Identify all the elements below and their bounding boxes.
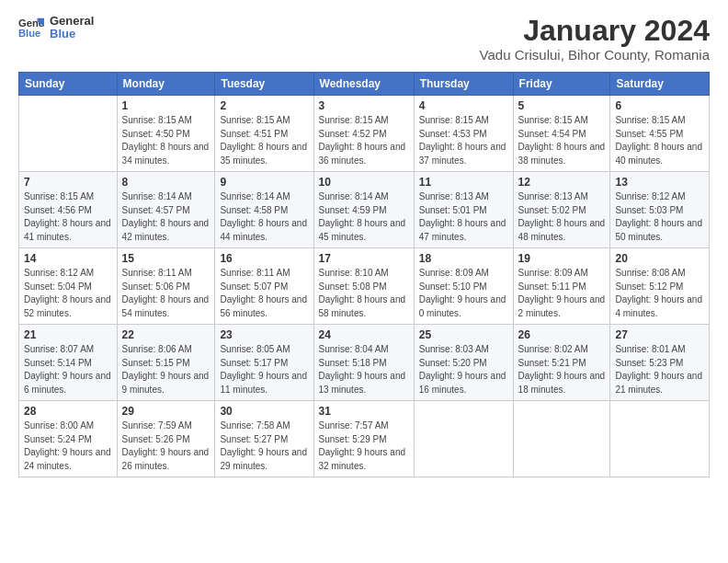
day-number: 29	[122, 405, 210, 418]
cell-week5-day5	[513, 401, 610, 477]
day-detail: Sunrise: 8:15 AM Sunset: 4:50 PM Dayligh…	[122, 114, 210, 167]
day-detail: Sunrise: 8:01 AM Sunset: 5:23 PM Dayligh…	[615, 343, 704, 396]
day-number: 7	[24, 176, 112, 189]
day-number: 6	[615, 99, 704, 112]
col-tuesday: Tuesday	[215, 73, 313, 96]
day-number: 13	[615, 176, 704, 189]
day-number: 18	[419, 252, 508, 265]
day-detail: Sunrise: 8:00 AM Sunset: 5:24 PM Dayligh…	[24, 419, 112, 473]
col-thursday: Thursday	[414, 73, 513, 96]
cell-week5-day2: 30Sunrise: 7:58 AM Sunset: 5:27 PM Dayli…	[215, 401, 313, 477]
cell-week5-day4	[414, 401, 513, 477]
cell-week1-day6: 6Sunrise: 8:15 AM Sunset: 4:55 PM Daylig…	[610, 96, 710, 172]
day-number: 16	[220, 252, 308, 265]
week-row-3: 14Sunrise: 8:12 AM Sunset: 5:04 PM Dayli…	[19, 248, 710, 325]
col-monday: Monday	[117, 73, 215, 96]
day-number: 1	[122, 99, 210, 112]
cell-week3-day5: 19Sunrise: 8:09 AM Sunset: 5:11 PM Dayli…	[513, 248, 610, 325]
cell-week1-day3: 3Sunrise: 8:15 AM Sunset: 4:52 PM Daylig…	[313, 96, 414, 172]
day-detail: Sunrise: 8:02 AM Sunset: 5:21 PM Dayligh…	[518, 343, 606, 396]
day-detail: Sunrise: 8:10 AM Sunset: 5:08 PM Dayligh…	[319, 267, 409, 320]
cell-week1-day0	[19, 96, 118, 172]
day-detail: Sunrise: 8:12 AM Sunset: 5:04 PM Dayligh…	[24, 267, 112, 320]
day-detail: Sunrise: 8:14 AM Sunset: 4:58 PM Dayligh…	[220, 190, 308, 244]
day-number: 20	[615, 252, 704, 265]
day-detail: Sunrise: 7:57 AM Sunset: 5:29 PM Dayligh…	[319, 419, 409, 473]
day-number: 2	[220, 99, 308, 112]
cell-week2-day3: 10Sunrise: 8:14 AM Sunset: 4:59 PM Dayli…	[313, 172, 414, 248]
col-friday: Friday	[513, 73, 610, 96]
day-number: 15	[122, 252, 210, 265]
col-saturday: Saturday	[610, 73, 710, 96]
day-number: 25	[419, 328, 508, 341]
col-sunday: Sunday	[19, 73, 118, 96]
cell-week4-day6: 27Sunrise: 8:01 AM Sunset: 5:23 PM Dayli…	[610, 325, 710, 401]
cell-week4-day1: 22Sunrise: 8:06 AM Sunset: 5:15 PM Dayli…	[117, 325, 215, 401]
day-number: 4	[419, 99, 508, 112]
cell-week1-day5: 5Sunrise: 8:15 AM Sunset: 4:54 PM Daylig…	[513, 96, 610, 172]
day-detail: Sunrise: 8:12 AM Sunset: 5:03 PM Dayligh…	[615, 190, 704, 244]
day-detail: Sunrise: 8:15 AM Sunset: 4:52 PM Dayligh…	[319, 114, 409, 167]
day-number: 10	[319, 176, 409, 189]
day-number: 5	[518, 99, 606, 112]
day-detail: Sunrise: 8:15 AM Sunset: 4:53 PM Dayligh…	[419, 114, 508, 167]
col-wednesday: Wednesday	[313, 73, 414, 96]
day-detail: Sunrise: 8:03 AM Sunset: 5:20 PM Dayligh…	[419, 343, 508, 396]
logo-blue-text: Blue	[50, 28, 94, 40]
day-number: 12	[518, 176, 606, 189]
title-area: January 2024 Vadu Crisului, Bihor County…	[480, 15, 710, 63]
day-detail: Sunrise: 8:08 AM Sunset: 5:12 PM Dayligh…	[615, 267, 704, 320]
week-row-2: 7Sunrise: 8:15 AM Sunset: 4:56 PM Daylig…	[19, 172, 710, 248]
cell-week1-day4: 4Sunrise: 8:15 AM Sunset: 4:53 PM Daylig…	[414, 96, 513, 172]
cell-week4-day5: 26Sunrise: 8:02 AM Sunset: 5:21 PM Dayli…	[513, 325, 610, 401]
page-header: General Blue General Blue January 2024 V…	[18, 15, 710, 63]
day-detail: Sunrise: 8:05 AM Sunset: 5:17 PM Dayligh…	[220, 343, 308, 396]
day-detail: Sunrise: 8:09 AM Sunset: 5:10 PM Dayligh…	[419, 267, 508, 320]
cell-week4-day0: 21Sunrise: 8:07 AM Sunset: 5:14 PM Dayli…	[19, 325, 118, 401]
day-number: 28	[24, 405, 112, 418]
day-detail: Sunrise: 8:15 AM Sunset: 4:51 PM Dayligh…	[220, 114, 308, 167]
week-row-1: 1Sunrise: 8:15 AM Sunset: 4:50 PM Daylig…	[19, 96, 710, 172]
cell-week2-day1: 8Sunrise: 8:14 AM Sunset: 4:57 PM Daylig…	[117, 172, 215, 248]
day-number: 23	[220, 328, 308, 341]
cell-week2-day2: 9Sunrise: 8:14 AM Sunset: 4:58 PM Daylig…	[215, 172, 313, 248]
cell-week4-day3: 24Sunrise: 8:04 AM Sunset: 5:18 PM Dayli…	[313, 325, 414, 401]
svg-text:Blue: Blue	[18, 29, 40, 40]
day-detail: Sunrise: 8:04 AM Sunset: 5:18 PM Dayligh…	[319, 343, 409, 396]
day-number: 27	[615, 328, 704, 341]
day-detail: Sunrise: 8:15 AM Sunset: 4:55 PM Dayligh…	[615, 114, 704, 167]
week-row-4: 21Sunrise: 8:07 AM Sunset: 5:14 PM Dayli…	[19, 325, 710, 401]
day-number: 17	[319, 252, 409, 265]
calendar-header-row: Sunday Monday Tuesday Wednesday Thursday…	[19, 73, 710, 96]
cell-week3-day3: 17Sunrise: 8:10 AM Sunset: 5:08 PM Dayli…	[313, 248, 414, 325]
day-detail: Sunrise: 7:58 AM Sunset: 5:27 PM Dayligh…	[220, 419, 308, 473]
day-number: 19	[518, 252, 606, 265]
logo: General Blue General Blue	[18, 15, 94, 41]
day-detail: Sunrise: 8:14 AM Sunset: 4:57 PM Dayligh…	[122, 190, 210, 244]
cell-week2-day6: 13Sunrise: 8:12 AM Sunset: 5:03 PM Dayli…	[610, 172, 710, 248]
location-title: Vadu Crisului, Bihor County, Romania	[480, 47, 710, 63]
day-number: 8	[122, 176, 210, 189]
day-detail: Sunrise: 8:07 AM Sunset: 5:14 PM Dayligh…	[24, 343, 112, 396]
cell-week2-day4: 11Sunrise: 8:13 AM Sunset: 5:01 PM Dayli…	[414, 172, 513, 248]
calendar-table: Sunday Monday Tuesday Wednesday Thursday…	[18, 72, 710, 477]
day-number: 3	[319, 99, 409, 112]
logo-icon: General Blue	[18, 15, 44, 40]
week-row-5: 28Sunrise: 8:00 AM Sunset: 5:24 PM Dayli…	[19, 401, 710, 477]
day-number: 26	[518, 328, 606, 341]
cell-week3-day4: 18Sunrise: 8:09 AM Sunset: 5:10 PM Dayli…	[414, 248, 513, 325]
cell-week3-day1: 15Sunrise: 8:11 AM Sunset: 5:06 PM Dayli…	[117, 248, 215, 325]
day-number: 11	[419, 176, 508, 189]
cell-week2-day5: 12Sunrise: 8:13 AM Sunset: 5:02 PM Dayli…	[513, 172, 610, 248]
day-detail: Sunrise: 8:06 AM Sunset: 5:15 PM Dayligh…	[122, 343, 210, 396]
day-detail: Sunrise: 8:15 AM Sunset: 4:54 PM Dayligh…	[518, 114, 606, 167]
cell-week1-day1: 1Sunrise: 8:15 AM Sunset: 4:50 PM Daylig…	[117, 96, 215, 172]
day-detail: Sunrise: 7:59 AM Sunset: 5:26 PM Dayligh…	[122, 419, 210, 473]
logo-general-text: General	[50, 15, 94, 28]
day-detail: Sunrise: 8:15 AM Sunset: 4:56 PM Dayligh…	[24, 190, 112, 244]
cell-week3-day0: 14Sunrise: 8:12 AM Sunset: 5:04 PM Dayli…	[19, 248, 118, 325]
cell-week4-day2: 23Sunrise: 8:05 AM Sunset: 5:17 PM Dayli…	[215, 325, 313, 401]
cell-week3-day2: 16Sunrise: 8:11 AM Sunset: 5:07 PM Dayli…	[215, 248, 313, 325]
cell-week1-day2: 2Sunrise: 8:15 AM Sunset: 4:51 PM Daylig…	[215, 96, 313, 172]
day-number: 24	[319, 328, 409, 341]
